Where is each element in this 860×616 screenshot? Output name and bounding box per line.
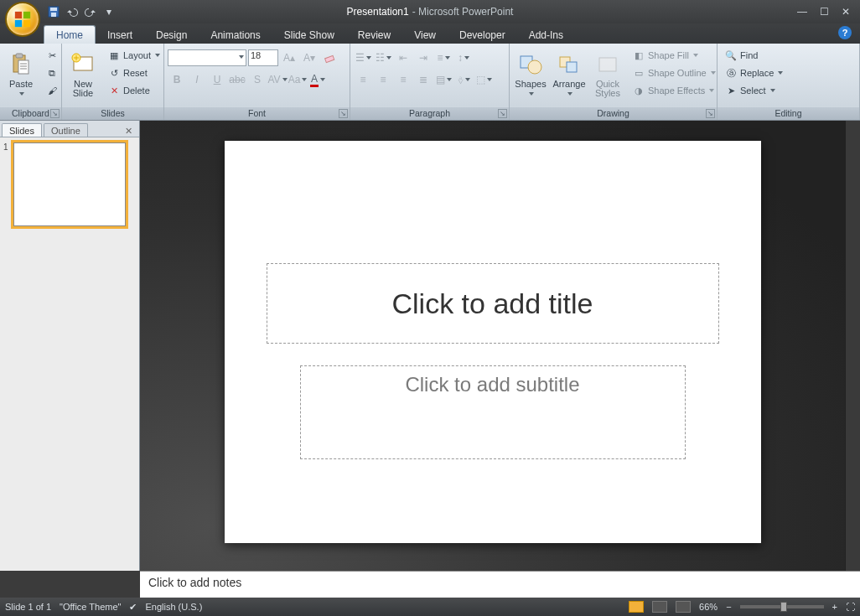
drawing-group-label: Drawing <box>597 108 629 118</box>
slide-canvas[interactable]: Click to add title Click to add subtitle <box>140 121 845 571</box>
paste-button[interactable]: Paste <box>3 45 39 101</box>
copy-button[interactable]: ⧉ <box>42 65 62 81</box>
smartart-button[interactable]: ⬚ <box>474 71 493 88</box>
paragraph-dialog-launcher[interactable]: ↘ <box>498 109 507 118</box>
format-painter-button[interactable]: 🖌 <box>42 82 62 99</box>
tab-review[interactable]: Review <box>346 26 402 44</box>
align-text-button[interactable]: ⎀ <box>454 71 473 88</box>
slideshow-view-button[interactable] <box>676 601 691 613</box>
tab-animations[interactable]: Animations <box>199 26 272 44</box>
italic-button[interactable]: I <box>188 71 206 88</box>
arrange-button[interactable]: Arrange <box>552 45 587 101</box>
tab-slideshow[interactable]: Slide Show <box>272 26 346 44</box>
font-size-combo[interactable]: 18 <box>248 49 278 66</box>
panel-tab-outline[interactable]: Outline <box>44 123 88 137</box>
fit-to-window-button[interactable]: ⛶ <box>846 602 855 612</box>
drawing-dialog-launcher[interactable]: ↘ <box>706 109 715 118</box>
zoom-thumb[interactable] <box>780 602 787 612</box>
clear-format-button[interactable] <box>320 49 339 66</box>
zoom-slider[interactable] <box>740 605 824 608</box>
svg-rect-8 <box>16 54 23 58</box>
zoom-value[interactable]: 66% <box>699 602 718 612</box>
shadow-button[interactable]: S <box>248 71 267 88</box>
paste-label: Paste <box>9 79 33 89</box>
clipboard-dialog-launcher[interactable]: ↘ <box>50 109 60 118</box>
zoom-in-button[interactable]: + <box>832 602 837 612</box>
undo-icon[interactable] <box>65 5 79 18</box>
shapes-button[interactable]: Shapes <box>513 45 548 101</box>
text-direction-button[interactable]: ↕ <box>454 49 473 66</box>
replace-button[interactable]: ⓐReplace <box>721 65 786 81</box>
bold-button[interactable]: B <box>168 71 186 88</box>
group-paragraph: ☰ ☷ ⇤ ⇥ ≡ ↕ ≡ ≡ ≡ ≣ ▤ ⎀ ⬚ Paragraph↘ <box>350 44 510 120</box>
doc-name: Presentation1 <box>347 6 409 18</box>
status-language[interactable]: English (U.S.) <box>145 602 202 612</box>
grow-font-button[interactable]: A▴ <box>280 49 298 66</box>
svg-rect-9 <box>18 60 28 74</box>
zoom-out-button[interactable]: − <box>726 602 731 612</box>
tab-design[interactable]: Design <box>144 26 199 44</box>
columns-button[interactable]: ▤ <box>434 71 453 88</box>
increase-indent-button[interactable]: ⇥ <box>414 49 433 66</box>
panel-tab-slides[interactable]: Slides <box>2 123 42 137</box>
change-case-button[interactable]: Aa <box>288 71 307 88</box>
char-spacing-button[interactable]: AV <box>268 71 287 88</box>
decrease-indent-button[interactable]: ⇤ <box>394 49 412 66</box>
font-color-button[interactable]: A <box>308 71 327 88</box>
align-right-button[interactable]: ≡ <box>394 71 412 88</box>
sorter-view-button[interactable] <box>652 601 667 613</box>
title-bar: ▾ Presentation1 - Microsoft PowerPoint —… <box>0 0 860 23</box>
shrink-font-button[interactable]: A▾ <box>300 49 319 66</box>
strike-button[interactable]: abc <box>228 71 246 88</box>
help-icon[interactable]: ? <box>838 26 852 39</box>
minimize-button[interactable]: — <box>795 6 810 18</box>
arrange-icon <box>556 51 583 78</box>
new-slide-button[interactable]: New Slide <box>65 45 101 101</box>
panel-close-button[interactable]: ✕ <box>122 126 136 137</box>
notes-pane[interactable]: Click to add notes <box>140 571 860 598</box>
numbering-button[interactable]: ☷ <box>374 49 392 66</box>
svg-point-17 <box>528 60 541 74</box>
spellcheck-icon[interactable]: ✔ <box>129 602 137 613</box>
delete-button[interactable]: ✕Delete <box>104 82 163 99</box>
subtitle-placeholder[interactable]: Click to add subtitle <box>300 365 686 459</box>
slide-thumbnail[interactable] <box>13 142 126 226</box>
tab-insert[interactable]: Insert <box>96 26 144 44</box>
outline-icon: ▭ <box>632 66 645 80</box>
eraser-icon <box>324 52 335 64</box>
cut-button[interactable]: ✂ <box>42 47 62 64</box>
justify-button[interactable]: ≣ <box>414 71 433 88</box>
align-left-button[interactable]: ≡ <box>354 71 372 88</box>
title-placeholder[interactable]: Click to add title <box>267 263 719 344</box>
shape-effects-button[interactable]: ◑Shape Effects <box>629 82 719 99</box>
align-center-button[interactable]: ≡ <box>374 71 392 88</box>
layout-button[interactable]: ▦Layout <box>104 47 163 64</box>
office-button[interactable] <box>5 2 40 37</box>
shape-outline-button[interactable]: ▭Shape Outline <box>629 65 719 81</box>
svg-rect-15 <box>325 55 334 62</box>
maximize-button[interactable]: ☐ <box>816 6 832 18</box>
save-icon[interactable] <box>47 5 60 18</box>
line-spacing-button[interactable]: ≡ <box>434 49 453 66</box>
vertical-scrollbar[interactable] <box>845 121 860 571</box>
tab-view[interactable]: View <box>402 26 448 44</box>
tab-developer[interactable]: Developer <box>448 26 517 44</box>
tab-home[interactable]: Home <box>44 25 96 44</box>
redo-icon[interactable] <box>84 5 97 18</box>
thumbnail-row[interactable]: 1 <box>3 142 136 226</box>
bullets-button[interactable]: ☰ <box>354 49 372 66</box>
close-button[interactable]: ✕ <box>838 6 853 18</box>
reset-button[interactable]: ↺Reset <box>104 65 163 81</box>
slide[interactable]: Click to add title Click to add subtitle <box>225 141 761 543</box>
group-editing: 🔍Find ⓐReplace ➤Select Editing <box>718 44 860 120</box>
underline-button[interactable]: U <box>208 71 226 88</box>
quick-styles-button[interactable]: Quick Styles <box>590 45 625 101</box>
shape-fill-button[interactable]: ◧Shape Fill <box>629 47 719 64</box>
font-name-combo[interactable] <box>168 49 246 66</box>
find-button[interactable]: 🔍Find <box>721 47 786 64</box>
qat-dropdown-icon[interactable]: ▾ <box>102 5 116 18</box>
tab-addins[interactable]: Add-Ins <box>517 26 575 44</box>
font-dialog-launcher[interactable]: ↘ <box>339 109 348 118</box>
normal-view-button[interactable] <box>629 601 644 613</box>
select-button[interactable]: ➤Select <box>721 82 786 99</box>
